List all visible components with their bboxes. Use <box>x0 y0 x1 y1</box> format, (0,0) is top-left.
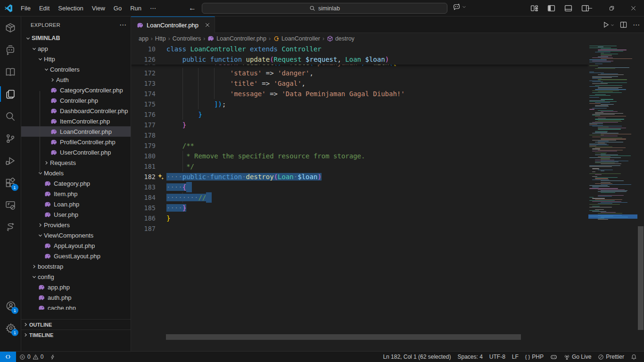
tree-item-category-php[interactable]: Category.php <box>21 178 131 189</box>
tree-item-usercontroller-php[interactable]: UserController.php <box>21 147 131 157</box>
tree-item-controllers[interactable]: Controllers <box>21 64 131 74</box>
tree-item-applayout-php[interactable]: AppLayout.php <box>21 240 131 251</box>
status-notifications[interactable] <box>627 352 640 362</box>
breadcrumb-item-http[interactable]: Http <box>155 35 166 42</box>
problems-indicator[interactable]: 0 0 <box>16 352 47 362</box>
code-line-175: 175 ]); <box>131 99 588 109</box>
search-icon <box>5 111 16 122</box>
activity-item-container-tools[interactable] <box>0 16 21 39</box>
tree-item-requests[interactable]: Requests <box>21 157 131 168</box>
activity-item-s-extension[interactable] <box>0 216 21 238</box>
activity-item-extensions[interactable]: 1 <box>0 172 21 194</box>
sidebar-section-timeline[interactable]: TIMELINE <box>21 329 131 340</box>
status-eol-sequence[interactable]: LF <box>509 352 522 362</box>
breadcrumb-item-app[interactable]: app <box>139 35 149 42</box>
menu-view[interactable]: View <box>88 3 109 13</box>
explorer-sidebar: EXPLORER ⋯ SIMINLABappHttpControllersAut… <box>21 16 131 351</box>
editor-more-actions[interactable]: ⋯ <box>633 21 640 29</box>
activity-item-accounts[interactable]: 1 <box>0 295 21 317</box>
tree-item-view-components[interactable]: View\Components <box>21 230 131 240</box>
menu-go[interactable]: Go <box>109 3 126 13</box>
tree-item-bootstrap[interactable]: bootstrap <box>21 261 131 272</box>
tree-item-guestlayout-php[interactable]: GuestLayout.php <box>21 251 131 261</box>
minimap[interactable] <box>588 44 637 340</box>
status-go-live[interactable]: Go Live <box>561 352 594 362</box>
customize-layout-icon[interactable] <box>528 2 540 14</box>
tree-item-user-php[interactable]: User.php <box>21 209 131 220</box>
tree-item-dashboardcontroller-php[interactable]: DashboardController.php <box>21 106 131 116</box>
status-copilot-status[interactable] <box>547 352 561 362</box>
php-icon <box>38 294 45 301</box>
vertical-scrollbar[interactable] <box>637 44 644 340</box>
nav-back-button[interactable]: ← <box>187 2 198 14</box>
code-line-180: 180 * Remove the specified resource from… <box>131 151 588 161</box>
status-encoding[interactable]: UTF-8 <box>486 352 509 362</box>
toggle-panel-icon[interactable] <box>562 2 574 14</box>
preview-icon <box>5 200 16 210</box>
sidebar-section-outline[interactable]: OUTLINE <box>21 319 131 329</box>
code-line-177: 177 } <box>131 120 588 130</box>
activity-item-source-control[interactable] <box>0 127 21 149</box>
tree-item-loan-php[interactable]: Loan.php <box>21 199 131 209</box>
tree-item-item-php[interactable]: Item.php <box>21 189 131 199</box>
tree-item-itemcontroller-php[interactable]: ItemController.php <box>21 116 131 126</box>
breadcrumb-item-destroy[interactable]: destroy <box>327 35 355 42</box>
window-restore-button[interactable] <box>601 0 622 16</box>
breadcrumb-item-loancontroller-php[interactable]: LoanController.php <box>207 35 266 42</box>
split-editor-button[interactable] <box>620 21 627 28</box>
status-language-mode[interactable]: { }PHP <box>522 352 547 362</box>
vscode-logo-icon <box>0 0 17 16</box>
status-prettier[interactable]: Prettier <box>594 352 627 362</box>
remote-indicator[interactable] <box>0 352 16 362</box>
window-close-button[interactable] <box>622 0 644 16</box>
tree-item-loancontroller-php[interactable]: LoanController.php <box>21 126 131 137</box>
menu-edit[interactable]: Edit <box>35 3 54 13</box>
horizontal-scrollbar[interactable] <box>166 334 521 340</box>
toggle-primary-sidebar-icon[interactable] <box>545 2 557 14</box>
menu-file[interactable]: File <box>17 3 35 13</box>
bolt-icon <box>50 354 55 360</box>
activity-item-settings[interactable]: 1 <box>0 317 21 339</box>
chevron-right-icon <box>36 221 44 229</box>
bolt-indicator[interactable] <box>47 352 58 362</box>
menu-run[interactable]: Run <box>126 3 146 13</box>
activity-item-docs[interactable] <box>0 61 21 83</box>
activity-item-search[interactable] <box>0 105 21 127</box>
menu-selection[interactable]: Selection <box>54 3 87 13</box>
copilot-sparkle-icon[interactable] <box>157 173 165 181</box>
tree-item-auth-php[interactable]: auth.php <box>21 292 131 303</box>
command-center-search[interactable]: siminlab <box>202 3 447 14</box>
chevron-down-icon <box>36 169 44 177</box>
status-indentation[interactable]: Spaces: 4 <box>454 352 486 362</box>
tree-item-models[interactable]: Models <box>21 168 131 178</box>
menu-[interactable]: ⋯ <box>146 3 160 13</box>
tree-item-controller-php[interactable]: Controller.php <box>21 95 131 106</box>
tab-close-icon[interactable] <box>205 23 210 27</box>
tree-item-auth[interactable]: Auth <box>21 74 131 85</box>
copilot-titlebar-button[interactable] <box>453 3 466 11</box>
tab-loancontroller[interactable]: LoanController.php <box>131 16 215 33</box>
chevron-right-icon <box>23 322 28 327</box>
tree-item-providers[interactable]: Providers <box>21 220 131 230</box>
sidebar-more-actions[interactable]: ⋯ <box>119 21 127 29</box>
breadcrumb-item-loancontroller[interactable]: LoanController <box>273 35 320 42</box>
tree-root-siminlab[interactable]: SIMINLAB <box>21 33 131 43</box>
code-editor[interactable]: 10class LoanController extends Controlle… <box>131 44 644 340</box>
tree-item-cache-php[interactable]: cache.php <box>21 303 131 310</box>
activity-item-explorer[interactable] <box>0 83 21 105</box>
tree-item-http[interactable]: Http <box>21 54 131 64</box>
tree-item-profilecontroller-php[interactable]: ProfileController.php <box>21 137 131 147</box>
activity-item-run-debug[interactable] <box>0 149 21 172</box>
tree-item-app-php[interactable]: app.php <box>21 282 131 292</box>
activity-item-live-preview[interactable] <box>0 194 21 216</box>
window-minimize-button[interactable] <box>579 0 601 16</box>
bell-icon <box>631 354 637 360</box>
activity-item-ai-assistant[interactable] <box>0 39 21 61</box>
tree-item-config[interactable]: config <box>21 272 131 282</box>
run-code-button[interactable] <box>603 21 614 28</box>
breadcrumb-item-controllers[interactable]: Controllers <box>173 35 201 42</box>
tree-item-categorycontroller-php[interactable]: CategoryController.php <box>21 85 131 95</box>
status-cursor-position[interactable]: Ln 182, Col 1 (62 selected) <box>380 352 454 362</box>
tree-item-app[interactable]: app <box>21 43 131 54</box>
code-line-185: 185····} <box>131 203 588 213</box>
